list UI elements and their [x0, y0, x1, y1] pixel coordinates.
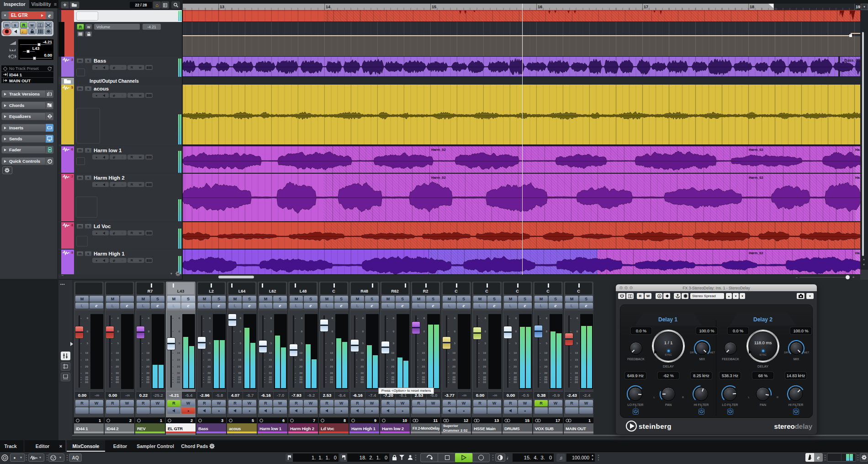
svg-text:a: a	[659, 294, 661, 298]
